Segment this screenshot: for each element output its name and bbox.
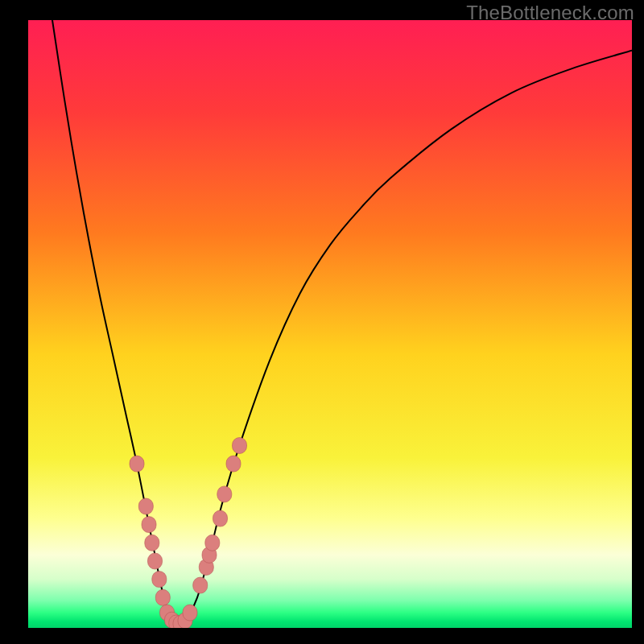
watermark-text: TheBottleneck.com (466, 2, 634, 24)
marker-dot (226, 456, 241, 472)
marker-dot (205, 535, 220, 551)
marker-dot (145, 535, 159, 551)
marker-dot (130, 456, 144, 472)
marker-dot (233, 438, 247, 454)
marker-dot (148, 553, 163, 569)
chart-svg (28, 20, 632, 628)
marker-dot (142, 517, 156, 533)
plot-area (28, 20, 632, 628)
outer-frame: TheBottleneck.com (0, 0, 644, 644)
marker-dot (138, 498, 153, 514)
marker-dot (152, 572, 167, 588)
marker-dot (155, 589, 170, 605)
marker-dot (183, 605, 197, 621)
curve-path (52, 20, 632, 628)
marker-dot (217, 486, 232, 502)
marker-dot (193, 577, 208, 593)
marker-dot (213, 510, 228, 526)
